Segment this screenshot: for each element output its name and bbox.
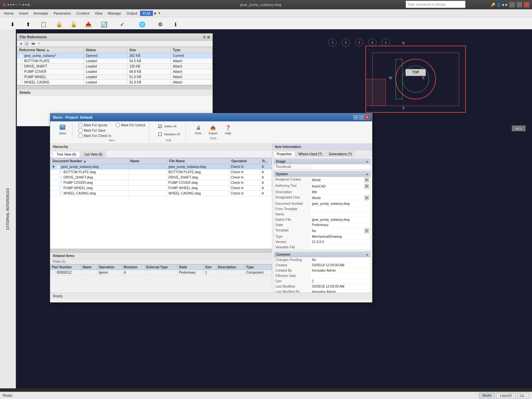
tree-view-tab[interactable]: Tree View (6) xyxy=(53,151,80,158)
panel-settings-icon[interactable]: ⊞ xyxy=(207,35,210,39)
menu-parametric[interactable]: Parametric xyxy=(51,11,74,16)
dialog-maximize-button[interactable]: □ xyxy=(359,115,364,120)
tab-where-used[interactable]: Where-Used (?) xyxy=(296,151,325,157)
file-refs-row[interactable]: 📄 gear_pump_subassy* Opened 262 KB Curre… xyxy=(17,53,212,59)
expand-row-icon[interactable]: ▼ xyxy=(52,165,55,169)
file-refs-row[interactable]: 📄 PUMP COVER Loaded 68.8 KB Attach xyxy=(17,69,212,74)
tab-generations[interactable]: Generations (?) xyxy=(326,151,355,157)
hierarchy-row[interactable]: ▼ 📄 gear_pump_subassy.dwg gear_pump_suba… xyxy=(51,164,272,170)
system-field-label: Name xyxy=(274,212,311,217)
hierarchy-row[interactable]: 📄 BOTTOM PLATE.dwg BOTTOM PLATE.dwg Chec… xyxy=(51,170,272,175)
common-section-header[interactable]: Common ▲ xyxy=(274,252,370,257)
col-part-exttype[interactable]: External Type xyxy=(145,265,178,270)
lock-icon: 🔒 xyxy=(55,20,64,29)
store-dialog: Store - Project: Default — □ ✕ xyxy=(50,113,372,303)
menu-home[interactable]: Home xyxy=(1,11,16,16)
col-name[interactable]: Name xyxy=(128,158,167,164)
dialog-minimize-button[interactable]: — xyxy=(353,115,358,120)
panel-nav-prev[interactable]: ◀ xyxy=(20,42,22,45)
col-part-gen[interactable]: Gen xyxy=(204,265,216,270)
minimize-button[interactable]: — xyxy=(509,2,515,7)
dropdown-button[interactable]: ▼ xyxy=(364,178,369,182)
file-refs-row[interactable]: 📄 DRIVE_SHAFT Loaded 130 KB Attach xyxy=(17,64,212,69)
col-part-name[interactable]: Name xyxy=(81,265,97,270)
hier-operation-cell: Check In xyxy=(229,186,260,191)
ref-status-cell: Loaded xyxy=(84,59,127,64)
panel-list-icon[interactable]: ☰ xyxy=(203,35,206,39)
settings-icon: ⚙ xyxy=(156,20,165,29)
col-part-num[interactable]: Part Number xyxy=(51,265,81,270)
file-refs-row[interactable]: 📄 WHEEL CASING Loaded 51.9 KB Attach xyxy=(17,80,212,85)
menu-insert[interactable]: Insert xyxy=(16,11,31,16)
hierarchy-row[interactable]: 📄 WHEEL CASING.dwg WHEEL CASING.dwg Chec… xyxy=(51,191,272,196)
menu-view[interactable]: View xyxy=(92,11,105,16)
list-view-tab[interactable]: List View (6) xyxy=(80,151,106,158)
menu-plm[interactable]: PLM xyxy=(140,11,153,16)
file-refs-row[interactable]: 📄 PUMP WHEEL Loaded 51.0 KB Attach xyxy=(17,74,212,80)
tab-properties[interactable]: Properties xyxy=(274,151,295,157)
image-section-header[interactable]: Image ▲ xyxy=(274,159,370,164)
system-field-value[interactable]: AutoCAD ▼ xyxy=(311,183,370,189)
system-section-header[interactable]: System ▲ xyxy=(274,171,370,177)
mark-checkin-input[interactable] xyxy=(78,134,82,138)
menu-content[interactable]: Content xyxy=(74,11,92,16)
file-refs-scrollbar-h[interactable] xyxy=(17,85,212,89)
system-field-label: From Template xyxy=(274,206,311,211)
menu-manage[interactable]: Manage xyxy=(105,11,124,16)
mark-save-input[interactable] xyxy=(78,128,82,132)
menu-more[interactable]: ▶ ▼ xyxy=(154,11,161,15)
col-part-rev[interactable]: Revision xyxy=(122,265,145,270)
deselect-all-button[interactable]: ☐ Deselect All xyxy=(155,131,183,138)
search-box[interactable]: Type a keyword or phrase xyxy=(406,1,466,8)
col-r[interactable]: R... xyxy=(260,158,272,164)
system-field-value[interactable]: World ▼ xyxy=(311,195,370,201)
common-field-label: Last Modified By xyxy=(274,289,311,293)
close-button[interactable]: ✕ xyxy=(524,2,529,7)
panel-refresh[interactable]: 🔄 xyxy=(25,42,28,45)
mark-ignore-input[interactable] xyxy=(78,123,82,127)
hierarchy-row[interactable]: 📄 DRIVE_SHAFT.dwg DRIVE_SHAFT.dwg Check … xyxy=(51,175,272,180)
model-tab[interactable]: Model xyxy=(479,393,495,398)
col-part-op[interactable]: Operation xyxy=(97,265,122,270)
col-file-name[interactable]: File Name xyxy=(167,158,229,164)
select-all-button[interactable]: ☑ Select All xyxy=(155,123,183,130)
mark-checkin-checkbox[interactable]: Mark For Check In xyxy=(78,133,112,138)
dropdown-button[interactable]: ▼ xyxy=(364,184,369,189)
hierarchy-row[interactable]: 📄 PUMP WHEEL.dwg PUMP WHEEL.dwg Check In… xyxy=(51,186,272,191)
col-doc-number[interactable]: Document Number ▲ xyxy=(51,158,128,164)
system-field-value[interactable]: World ▼ xyxy=(311,177,370,183)
dlg-store-button[interactable]: Store xyxy=(56,123,69,136)
dropdown-button[interactable]: ▼ xyxy=(364,228,369,233)
print-button[interactable]: 🖨 Print xyxy=(191,123,205,136)
col-operation[interactable]: Operation xyxy=(229,158,260,164)
ref-size-cell: 130 KB xyxy=(127,64,171,69)
file-refs-row[interactable]: 📄 BOTTOM PLATE Loaded 54.5 KB Attach xyxy=(17,59,212,64)
col-size[interactable]: Size xyxy=(127,47,171,53)
part-num-cell: 📄 00000212 xyxy=(51,270,81,275)
col-part-type[interactable]: Type xyxy=(245,265,272,270)
mark-save-checkbox[interactable]: Mark For Save xyxy=(78,128,112,133)
related-item-row[interactable]: 📄 00000212 Ignore A Preliminary 1 Compon… xyxy=(51,270,272,275)
col-reference-name[interactable]: Reference Name ▲ xyxy=(17,47,84,53)
layout2-tab[interactable]: La... xyxy=(517,393,529,398)
dropdown-button[interactable]: ▼ xyxy=(364,196,369,200)
col-part-desc[interactable]: Description xyxy=(216,265,245,270)
hierarchy-scrollbar-h[interactable] xyxy=(50,249,272,253)
maximize-button[interactable]: □ xyxy=(517,2,522,7)
mark-unlock-input[interactable] xyxy=(116,123,120,127)
mark-ignore-checkbox[interactable]: Mark For Ignore xyxy=(78,123,112,127)
hierarchy-row[interactable]: 📄 PUMP COVER.dwg PUMP COVER.dwg Check In… xyxy=(51,180,272,186)
col-part-state[interactable]: State xyxy=(178,265,204,270)
col-type[interactable]: Type xyxy=(171,47,212,53)
panel-help[interactable]: ? xyxy=(38,42,40,45)
system-field-value[interactable]: No ▼ xyxy=(311,228,370,234)
col-status[interactable]: Status xyxy=(84,47,127,53)
dialog-close-button[interactable]: ✕ xyxy=(365,115,369,120)
layout1-tab[interactable]: Layout1 xyxy=(496,393,516,398)
export-button[interactable]: 📤 Export xyxy=(206,123,220,136)
menu-annotate[interactable]: Annotate xyxy=(31,11,51,16)
menu-output[interactable]: Output xyxy=(124,11,140,16)
mark-unlock-checkbox[interactable]: Mark For Unlock xyxy=(115,123,146,127)
help-button[interactable]: ❓ Help xyxy=(221,123,235,136)
svg-rect-16 xyxy=(366,79,386,106)
